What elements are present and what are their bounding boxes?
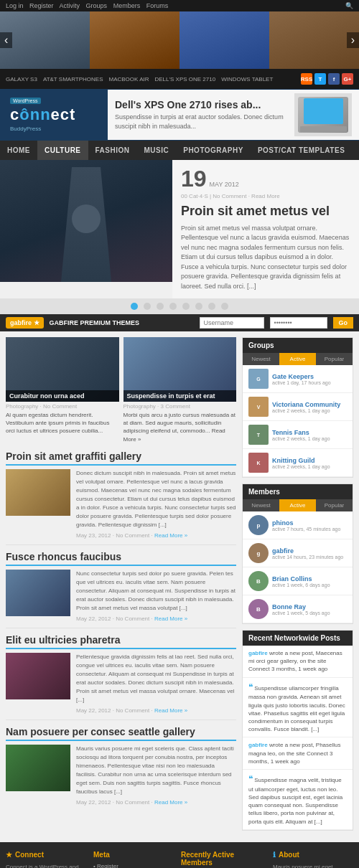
adtab-macbook[interactable]: MACBOOK AIR — [108, 76, 149, 82]
topbar-groups[interactable]: Groups — [86, 2, 108, 9]
imgcard1-title: Curabitur non urna aced — [9, 392, 116, 400]
groups-tab-active[interactable]: Active — [279, 353, 316, 365]
topbar-forums[interactable]: Forums — [146, 2, 169, 9]
group-activity-2: active 2 weeks, 1 day ago — [272, 436, 347, 441]
rss-icon[interactable]: RSS — [301, 73, 312, 85]
member-avatar-1: g — [248, 543, 269, 563]
networkwide-title: Recent Networkwide Posts — [243, 631, 353, 646]
member-name-1[interactable]: gabfire — [272, 547, 347, 555]
members-tab-newest[interactable]: Newest — [243, 499, 279, 511]
hero-image-1 — [0, 11, 90, 69]
post4-readmore[interactable]: Read More » — [154, 799, 187, 806]
footer-meta: Meta • Register• Log in• Entries RSS• Co… — [93, 851, 174, 868]
group-name-1[interactable]: Victoriana Community — [272, 401, 347, 408]
topbar-activity[interactable]: Activity — [60, 2, 80, 9]
go-button[interactable]: Go — [333, 317, 354, 329]
members-section: Members Newest Active Popular p phinos a… — [242, 483, 353, 624]
member-activity-3: active 1 week, 5 days ago — [272, 610, 347, 615]
dot-1[interactable] — [131, 303, 138, 310]
password-input[interactable] — [270, 317, 327, 329]
info-icon: ℹ — [273, 851, 276, 859]
footer-meta-link-0[interactable]: • Register — [93, 863, 174, 868]
search-icon[interactable]: 🔍 — [345, 2, 353, 9]
nav-fashion[interactable]: FASHION — [88, 141, 137, 160]
dot-7[interactable] — [208, 303, 215, 310]
dot-5[interactable] — [182, 303, 190, 310]
nav-culture[interactable]: CULTURE — [37, 141, 88, 160]
nav-music[interactable]: MUSIC — [136, 141, 176, 160]
post2-readmore[interactable]: Read More » — [154, 615, 187, 622]
groups-tab-newest[interactable]: Newest — [243, 353, 279, 365]
nav-postcat[interactable]: POST/CAT TEMPLATES — [251, 141, 352, 160]
dot-4[interactable] — [169, 303, 177, 310]
footer-meta-links: • Register• Log in• Entries RSS• Comment… — [93, 863, 174, 868]
post3: Pellentesque gravida dignissim felis at … — [6, 653, 236, 714]
group-name-2[interactable]: Tennis Fans — [272, 429, 347, 436]
brand-ad: Dell's XPS One 2710 rises ab... Suspendi… — [108, 90, 359, 140]
group-info-0: Gate Keepers active 1 day, 17 hours ago — [272, 373, 347, 385]
networkwide-section: Recent Networkwide Posts gabfire wrote a… — [242, 630, 353, 831]
topbar-login[interactable]: Log in — [6, 2, 24, 9]
group-activity-0: active 1 day, 17 hours ago — [272, 380, 347, 385]
adtab-windows[interactable]: WINDOWS TABLET — [221, 76, 273, 82]
footer-connect-text: Connect is a WordPress and BuddyPress th… — [6, 863, 86, 868]
post1-readmore[interactable]: Read More » — [154, 532, 187, 539]
members-tabs: Newest Active Popular — [243, 499, 353, 511]
members-tab-active[interactable]: Active — [279, 499, 316, 511]
facebook-icon[interactable]: f — [328, 73, 340, 85]
post3-readmore[interactable]: Read More » — [154, 707, 187, 714]
post2-content: Nunc consectetur turpis sed dolor po sue… — [76, 570, 236, 622]
sidebar: Groups Newest Active Popular G Gate Keep… — [242, 337, 353, 836]
post4: Mauris varius posuere mi eget sceleris q… — [6, 745, 236, 806]
group-name-0[interactable]: Gate Keepers — [272, 373, 347, 380]
hero-image-4 — [269, 11, 359, 69]
ad-bar-tabs: GALAXY S3 AT&T SMARTPHONES MACBOOK AIR D… — [6, 76, 273, 82]
group-item-0: G Gate Keepers active 1 day, 17 hours ag… — [243, 365, 353, 393]
groups-title: Groups — [243, 338, 353, 353]
dot-3[interactable] — [157, 303, 164, 310]
wordpress-badge: WordPress — [10, 98, 41, 104]
group-info-2: Tennis Fans active 2 weeks, 1 day ago — [272, 429, 347, 441]
footer-connect-title: ★ Connect — [6, 851, 86, 859]
username-input[interactable] — [200, 317, 264, 329]
member-name-3[interactable]: Bonne Ray — [272, 603, 347, 610]
dot-8[interactable] — [221, 303, 228, 310]
top-bar-right: 🔍 — [345, 2, 353, 9]
ad-bar: GALAXY S3 AT&T SMARTPHONES MACBOOK AIR D… — [0, 69, 359, 89]
twitter-icon[interactable]: T — [314, 73, 326, 85]
google-plus-icon[interactable]: G+ — [342, 73, 353, 85]
image-grid: Curabitur non urna aced Photography · No… — [6, 337, 236, 443]
img-card-1: Curabitur non urna aced Photography · No… — [6, 337, 119, 443]
topbar-register[interactable]: Register — [29, 2, 54, 9]
featured-meta: 00 Cat·4·S | No Comment · Read More — [181, 193, 350, 199]
brand-logo: WordPress cônnect BuddyPress — [0, 89, 108, 141]
nav-photography[interactable]: PHOTOGRAPHY — [176, 141, 251, 160]
gabfire-logo: gabfire ★ — [6, 317, 44, 329]
adtab-att[interactable]: AT&T SMARTPHONES — [43, 76, 103, 82]
member-activity-1: active 14 hours, 23 minutes ago — [272, 555, 347, 560]
member-name-2[interactable]: Brian Collins — [272, 575, 347, 582]
group-name-3[interactable]: Knitting Guild — [272, 457, 347, 464]
brand-ad-desc: Suspendisse in turpis at erat auctor sod… — [115, 113, 294, 131]
members-tab-popular[interactable]: Popular — [316, 499, 353, 511]
member-name-0[interactable]: phinos — [272, 519, 347, 527]
groups-tab-popular[interactable]: Popular — [316, 353, 353, 365]
brand-ad-text: Dell's XPS One 2710 rises ab... Suspendi… — [115, 99, 294, 131]
topbar-members[interactable]: Members — [113, 2, 141, 9]
dot-6[interactable] — [195, 303, 202, 310]
hero-prev-button[interactable]: ‹ — [0, 32, 12, 48]
hero-image-2 — [90, 11, 180, 69]
adtab-dell[interactable]: DELL'S XPS ONE 2710 — [154, 76, 215, 82]
hero-next-button[interactable]: › — [347, 32, 359, 48]
groups-tabs: Newest Active Popular — [243, 353, 353, 365]
nav-home[interactable]: HOME — [0, 141, 37, 160]
post4-meta: May 22, 2012 · No Comment · Read More » — [76, 799, 236, 806]
member-item-0: p phinos active 7 hours, 45 minutes ago — [243, 511, 353, 539]
slider-dots — [0, 298, 359, 314]
groups-section: Groups Newest Active Popular G Gate Keep… — [242, 337, 353, 478]
featured-excerpt: Proin sit amet metus vel massa volutpat … — [181, 224, 350, 292]
dot-2[interactable] — [144, 303, 151, 310]
adtab-galaxy[interactable]: GALAXY S3 — [6, 76, 37, 82]
member-activity-2: active 1 week, 6 days ago — [272, 582, 347, 588]
post2-meta: May 22, 2012 · No Comment · Read More » — [76, 615, 236, 622]
